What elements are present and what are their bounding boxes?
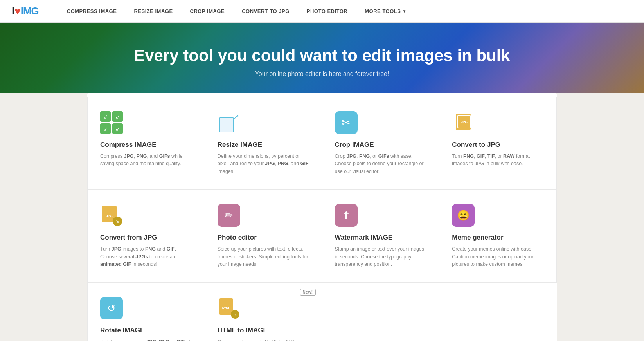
tool-name-convert-jpg: Convert to JPG: [452, 141, 544, 149]
tool-card-resize[interactable]: ↗ Resize IMAGE Define your dimensions, b…: [205, 97, 322, 190]
nav-convert[interactable]: CONVERT TO JPG: [233, 0, 298, 23]
tool-desc-convert-jpg: Turn PNG, GIF, TIF, or RAW format images…: [452, 153, 544, 168]
tool-card-html[interactable]: New! HTML ↘ HTML to IMAGE Convert webpag…: [205, 283, 322, 341]
tool-desc-rotate: Rotate many images JPG, PNG or GIF at sa…: [100, 338, 192, 341]
new-badge: New!: [300, 289, 316, 296]
tool-name-from-jpg: Convert from JPG: [100, 234, 192, 242]
tool-card-crop[interactable]: ✂ Crop IMAGE Crop JPG, PNG, or GIFs with…: [322, 97, 440, 190]
tool-desc-from-jpg: Turn JPG images to PNG and GIF. Choose s…: [100, 245, 192, 268]
watermark-icon: ⬆: [335, 204, 358, 227]
nav-compress[interactable]: COMPRESS IMAGE: [58, 0, 126, 23]
tool-card-photo-editor[interactable]: ✏ Photo editor Spice up your pictures wi…: [205, 190, 322, 283]
logo[interactable]: I♥IMG: [12, 5, 39, 17]
tool-card-rotate[interactable]: ↺ Rotate IMAGE Rotate many images JPG, P…: [88, 283, 205, 341]
tool-name-compress: Compress IMAGE: [100, 141, 192, 149]
meme-icon: 😄: [452, 204, 475, 227]
tool-name-meme: Meme generator: [452, 234, 544, 242]
hero-title-bold: edit images in bulk: [362, 46, 510, 65]
nav-more-label: MORE TOOLS: [365, 8, 401, 14]
tool-desc-html: Convert webpages in HTML to JPG or SVG. …: [218, 338, 309, 341]
tool-card-meme[interactable]: 😄 Meme generator Create your memes onlin…: [439, 190, 557, 283]
convert-jpg-icon: JPG: [452, 111, 475, 134]
tool-card-compress[interactable]: ↙ ↙ ↙ ↙ Compress IMAGE Compress JPG, PNG…: [88, 97, 205, 190]
tool-desc-watermark: Stamp an image or text over your images …: [335, 245, 427, 268]
tool-desc-photo-editor: Spice up your pictures with text, effect…: [218, 245, 309, 268]
tool-name-watermark: Watermark IMAGE: [335, 234, 427, 242]
tool-name-crop: Crop IMAGE: [335, 141, 427, 149]
nav-photo[interactable]: PHOTO EDITOR: [298, 0, 356, 23]
html-icon: HTML ↘: [218, 297, 240, 319]
tool-desc-resize: Define your dimensions, by percent or pi…: [218, 153, 309, 175]
tool-card-convert-jpg[interactable]: JPG Convert to JPG Turn PNG, GIF, TIF, o…: [439, 97, 557, 190]
tool-desc-meme: Create your memes online with ease. Capt…: [452, 245, 544, 268]
site-header: I♥IMG COMPRESS IMAGE RESIZE IMAGE CROP I…: [0, 0, 644, 23]
tool-desc-compress: Compress JPG, PNG, and GIFs while saving…: [100, 153, 192, 168]
chevron-down-icon: ▼: [402, 9, 406, 13]
tool-name-resize: Resize IMAGE: [218, 141, 309, 149]
tools-container: ↙ ↙ ↙ ↙ Compress IMAGE Compress JPG, PNG…: [87, 93, 557, 341]
tool-name-photo-editor: Photo editor: [218, 234, 309, 242]
nav-crop[interactable]: CROP IMAGE: [182, 0, 234, 23]
main-nav: COMPRESS IMAGE RESIZE IMAGE CROP IMAGE C…: [58, 0, 415, 23]
logo-text: I♥IMG: [12, 5, 39, 17]
tool-name-rotate: Rotate IMAGE: [100, 327, 192, 334]
tools-grid: ↙ ↙ ↙ ↙ Compress IMAGE Compress JPG, PNG…: [87, 97, 557, 341]
resize-icon: ↗: [218, 111, 240, 134]
crop-icon: ✂: [335, 111, 358, 134]
hero-title-start: Every tool you could want to: [134, 46, 362, 65]
hero-title: Every tool you could want to edit images…: [8, 46, 636, 65]
tool-card-watermark[interactable]: ⬆ Watermark IMAGE Stamp an image or text…: [322, 190, 440, 283]
tool-name-html: HTML to IMAGE: [218, 327, 309, 334]
tool-card-from-jpg[interactable]: JPG ↘ Convert from JPG Turn JPG images t…: [88, 190, 205, 283]
from-jpg-icon: JPG ↘: [100, 204, 123, 227]
rotate-icon: ↺: [100, 297, 123, 319]
hero-subtitle: Your online photo editor is here and for…: [8, 70, 636, 78]
nav-resize[interactable]: RESIZE IMAGE: [125, 0, 181, 23]
photo-editor-icon: ✏: [218, 204, 240, 227]
nav-more[interactable]: MORE TOOLS ▼: [356, 0, 415, 23]
compress-icon: ↙ ↙ ↙ ↙: [100, 111, 123, 134]
tool-desc-crop: Crop JPG, PNG, or GIFs with ease. Choose…: [335, 153, 427, 175]
